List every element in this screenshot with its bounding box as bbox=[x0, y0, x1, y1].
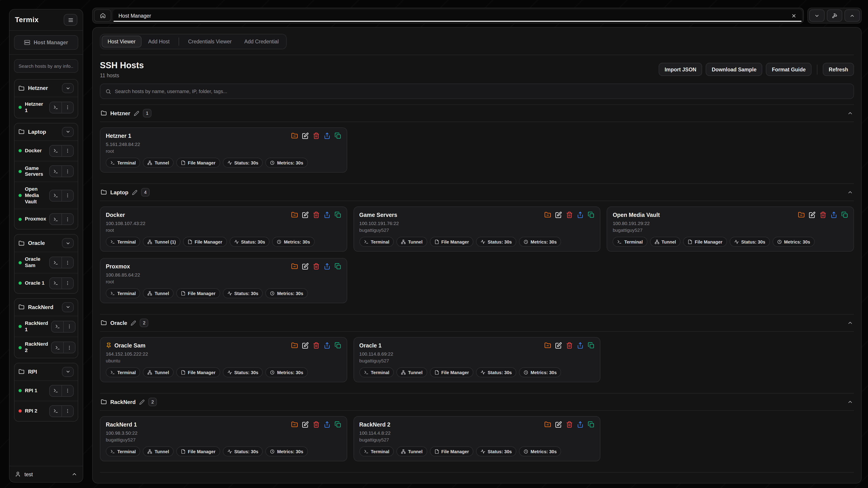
host-chip[interactable]: Terminal bbox=[613, 237, 647, 247]
folder-remove-button[interactable] bbox=[291, 342, 298, 349]
clone-host-button[interactable] bbox=[841, 212, 848, 218]
host-chip[interactable]: Status: 30s bbox=[476, 237, 517, 247]
host-chip[interactable]: Status: 30s bbox=[223, 447, 263, 456]
sidebar-group-header[interactable]: RPI bbox=[14, 363, 78, 381]
host-chip[interactable]: Metrics: 30s bbox=[519, 237, 561, 247]
sidebar-host-item[interactable]: Oracle Sam bbox=[14, 252, 78, 273]
edit-group-icon[interactable] bbox=[134, 110, 139, 116]
collapse-group-icon[interactable] bbox=[847, 110, 853, 116]
host-chip[interactable]: Metrics: 30s bbox=[266, 447, 308, 456]
sidebar-search-input[interactable] bbox=[14, 59, 78, 73]
edit-group-icon[interactable] bbox=[131, 320, 136, 326]
folder-remove-button[interactable] bbox=[291, 421, 298, 428]
host-chip[interactable]: Terminal bbox=[359, 367, 394, 377]
host-terminal-button[interactable] bbox=[50, 385, 61, 396]
sidebar-host-item[interactable]: Docker bbox=[14, 140, 78, 161]
host-more-button[interactable] bbox=[61, 166, 73, 177]
host-chip[interactable]: Tunnel bbox=[650, 237, 681, 247]
tab-credentials-viewer[interactable]: Credentials Viewer bbox=[182, 36, 238, 47]
host-chip[interactable]: Metrics: 30s bbox=[519, 367, 561, 377]
host-chip[interactable]: Terminal bbox=[106, 447, 141, 456]
edit-host-button[interactable] bbox=[302, 263, 309, 270]
host-more-button[interactable] bbox=[61, 145, 73, 156]
scroll-up-button[interactable] bbox=[844, 9, 860, 22]
host-search-input[interactable] bbox=[115, 89, 848, 94]
host-chip[interactable]: Status: 30s bbox=[476, 367, 517, 377]
sidebar-group-header[interactable]: Hetzner bbox=[14, 79, 78, 97]
host-more-button[interactable] bbox=[61, 190, 73, 201]
export-host-button[interactable] bbox=[577, 421, 584, 428]
folder-remove-button[interactable] bbox=[545, 421, 551, 428]
host-chip[interactable]: File Manager bbox=[176, 367, 220, 377]
host-chip[interactable]: Terminal bbox=[106, 158, 141, 168]
delete-host-button[interactable] bbox=[313, 263, 319, 270]
export-host-button[interactable] bbox=[831, 212, 837, 218]
host-chip[interactable]: File Manager bbox=[430, 237, 473, 247]
host-chip[interactable]: Tunnel bbox=[143, 367, 174, 377]
sidebar-group-collapse-button[interactable] bbox=[62, 367, 74, 377]
edit-host-button[interactable] bbox=[555, 342, 562, 349]
export-host-button[interactable] bbox=[577, 212, 584, 218]
sidebar-group-header[interactable]: RackNerd bbox=[14, 299, 78, 316]
sidebar-group-collapse-button[interactable] bbox=[62, 83, 74, 93]
host-chip[interactable]: Status: 30s bbox=[223, 288, 263, 298]
export-host-button[interactable] bbox=[323, 132, 330, 139]
clone-host-button[interactable] bbox=[588, 212, 595, 218]
host-chip[interactable]: File Manager bbox=[176, 447, 220, 456]
host-chip[interactable]: Terminal bbox=[106, 367, 141, 377]
edit-host-button[interactable] bbox=[302, 421, 309, 428]
delete-host-button[interactable] bbox=[566, 212, 573, 218]
edit-group-icon[interactable] bbox=[139, 399, 145, 404]
host-chip[interactable]: File Manager bbox=[176, 288, 220, 298]
host-chip[interactable]: Tunnel bbox=[397, 237, 427, 247]
edit-host-button[interactable] bbox=[555, 212, 562, 218]
host-chip[interactable]: File Manager bbox=[430, 367, 473, 377]
host-chip[interactable]: Metrics: 30s bbox=[519, 447, 561, 456]
delete-host-button[interactable] bbox=[313, 342, 319, 349]
host-manager-button[interactable]: Host Manager bbox=[14, 35, 78, 50]
export-host-button[interactable] bbox=[323, 342, 330, 349]
home-button[interactable] bbox=[94, 9, 111, 22]
export-host-button[interactable] bbox=[323, 263, 330, 270]
sidebar-host-item[interactable]: RPI 1 bbox=[14, 381, 78, 401]
sidebar-group-header[interactable]: Laptop bbox=[14, 123, 78, 140]
host-chip[interactable]: Terminal bbox=[359, 237, 394, 247]
host-chip[interactable]: Status: 30s bbox=[229, 237, 270, 247]
folder-remove-button[interactable] bbox=[291, 263, 298, 270]
download-sample-button[interactable]: Download Sample bbox=[706, 63, 763, 76]
tools-button[interactable] bbox=[827, 9, 842, 22]
format-guide-button[interactable]: Format Guide bbox=[766, 63, 812, 76]
host-terminal-button[interactable] bbox=[50, 278, 61, 289]
delete-host-button[interactable] bbox=[313, 421, 319, 428]
host-terminal-button[interactable] bbox=[50, 102, 61, 113]
delete-host-button[interactable] bbox=[313, 132, 319, 139]
host-chip[interactable]: File Manager bbox=[430, 447, 473, 456]
host-chip[interactable]: Tunnel bbox=[397, 367, 427, 377]
host-chip[interactable]: File Manager bbox=[183, 237, 227, 247]
host-more-button[interactable] bbox=[61, 278, 73, 289]
import-json-button[interactable]: Import JSON bbox=[659, 63, 702, 76]
sidebar-host-item[interactable]: Open Media Vault bbox=[14, 182, 78, 209]
host-terminal-button[interactable] bbox=[52, 321, 64, 332]
host-terminal-button[interactable] bbox=[50, 214, 61, 225]
delete-host-button[interactable] bbox=[819, 212, 827, 218]
host-terminal-button[interactable] bbox=[50, 257, 61, 268]
host-chip[interactable]: Tunnel bbox=[143, 447, 174, 456]
refresh-button[interactable]: Refresh bbox=[823, 63, 854, 76]
sidebar-group-collapse-button[interactable] bbox=[62, 302, 74, 312]
host-terminal-button[interactable] bbox=[50, 406, 61, 417]
clone-host-button[interactable] bbox=[588, 421, 595, 428]
collapse-group-icon[interactable] bbox=[847, 399, 853, 405]
edit-host-button[interactable] bbox=[302, 342, 309, 349]
sidebar-host-item[interactable]: Hetzner 1 bbox=[14, 97, 78, 118]
tab-add-credential[interactable]: Add Credential bbox=[239, 36, 285, 47]
sidebar-group-header[interactable]: Oracle bbox=[14, 235, 78, 252]
clone-host-button[interactable] bbox=[334, 342, 341, 349]
edit-group-icon[interactable] bbox=[132, 190, 137, 195]
sidebar-menu-button[interactable] bbox=[64, 14, 77, 26]
host-terminal-button[interactable] bbox=[50, 190, 61, 201]
collapse-group-icon[interactable] bbox=[847, 189, 853, 195]
host-chip[interactable]: File Manager bbox=[176, 158, 220, 168]
tab-add-host[interactable]: Add Host bbox=[143, 36, 176, 47]
sidebar-host-item[interactable]: RackNerd 2 bbox=[14, 337, 78, 358]
